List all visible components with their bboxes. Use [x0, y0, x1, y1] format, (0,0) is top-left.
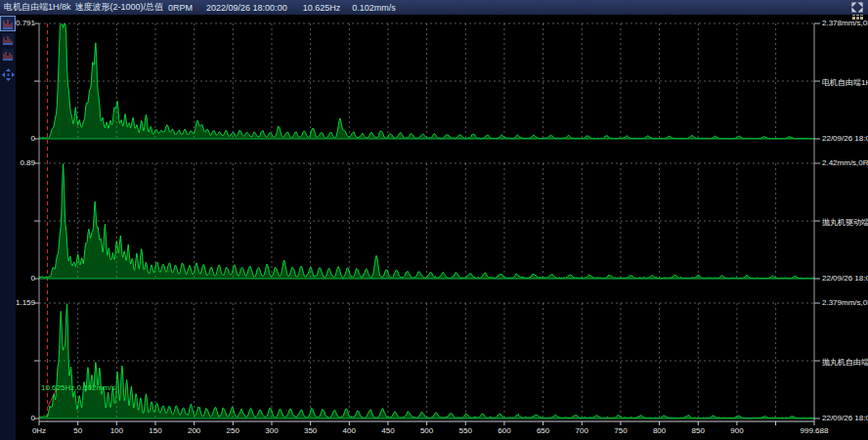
- plot3-peak-label: 2.379mm/s,0RPM: [822, 298, 868, 307]
- plot2-time-label: 22/09/26 18:00: [822, 274, 868, 283]
- plot3-time-label: 22/09/26 18:00: [822, 414, 868, 422]
- plot2-channel-label: 抛丸机驱动端3H: [822, 217, 868, 228]
- rpm-label: 0RPM: [168, 3, 193, 13]
- spectrum-view-2-button[interactable]: [1, 32, 15, 46]
- x-tick-label: 999.688: [790, 426, 839, 435]
- cursor-annotation: 10.625Hz,0.102mm/s: [41, 383, 115, 392]
- fit-screen-icon[interactable]: [850, 1, 864, 14]
- x-tick-label: 900: [713, 426, 761, 435]
- measurement-point-name: 电机自由端1H/8k: [4, 1, 71, 14]
- datetime-label: 2022/09/26 18:00:00: [206, 3, 287, 13]
- plot3-channel-label: 抛丸机自由端4H: [822, 357, 868, 368]
- app-window: 电机自由端1H/8k 速度波形(2-1000)/总值 0RPM 2022/09/…: [0, 0, 868, 440]
- spectrum-chart-area[interactable]: [0, 0, 868, 440]
- spectrum-view-1-button[interactable]: [1, 17, 15, 30]
- plot1-time-label: 22/09/26 18:00: [822, 134, 868, 143]
- spectrum-view-3-button[interactable]: [1, 48, 15, 62]
- pan-tool-button[interactable]: [1, 67, 15, 81]
- plot2-peak-label: 2.42mm/s,0RPM: [822, 158, 868, 167]
- cursor-frequency-label: 10.625Hz: [303, 3, 341, 13]
- plot1-peak-label: 2.378mm/s,0RPM: [822, 19, 868, 27]
- header-bar: 电机自由端1H/8k 速度波形(2-1000)/总值 0RPM 2022/09/…: [0, 0, 868, 15]
- left-toolbar: [0, 15, 16, 440]
- signal-type-label: 速度波形(2-1000)/总值: [75, 1, 164, 14]
- plot1-channel-label: 电机自由端1H: [822, 77, 868, 88]
- cursor-amplitude-label: 0.102mm/s: [352, 3, 396, 13]
